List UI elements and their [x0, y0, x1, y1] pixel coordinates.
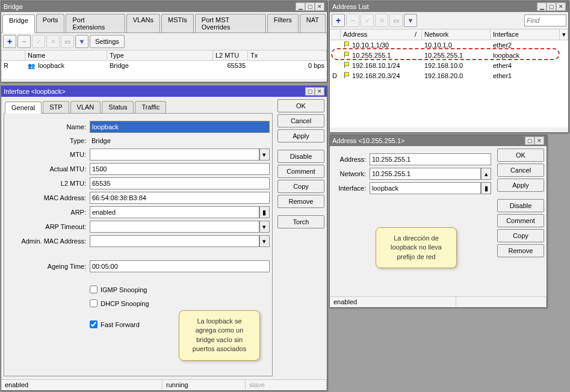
apply-button[interactable]: Apply	[277, 129, 324, 142]
maximize-icon[interactable]: ▢	[305, 2, 315, 11]
interface-titlebar[interactable]: Interface <loopback> ▢ ✕	[1, 86, 327, 97]
disable-button[interactable]: Disable	[497, 199, 544, 212]
network-field[interactable]	[370, 168, 481, 180]
comment-button[interactable]: Comment	[497, 214, 544, 227]
tab-port-mst-overrides[interactable]: Port MST Overrides	[195, 14, 266, 32]
tab-mstis[interactable]: MSTIs	[161, 14, 194, 32]
find-input[interactable]	[524, 14, 566, 26]
comment-button[interactable]: ▭	[61, 35, 74, 48]
tab-port-extensions[interactable]: Port Extensions	[66, 14, 125, 32]
maximize-icon[interactable]: ▢	[525, 136, 534, 145]
col-l2mtu[interactable]: L2 MTU	[213, 51, 248, 60]
disable-button[interactable]: ✕	[375, 14, 388, 27]
copy-button[interactable]: Copy	[497, 229, 544, 242]
maximize-icon[interactable]: ▢	[305, 87, 315, 96]
bridge-grid-body: R loopback Bridge 65535 0 bps	[1, 61, 327, 79]
maximize-icon[interactable]: ▢	[547, 2, 556, 11]
bridge-grid-header: Name Type L2 MTU Tx	[1, 51, 327, 61]
filter-button[interactable]: ▼	[75, 35, 88, 48]
tab-ports[interactable]: Ports	[36, 14, 65, 32]
cancel-button[interactable]: Cancel	[277, 114, 324, 127]
ageing-field[interactable]	[90, 260, 270, 272]
tab-status[interactable]: Status	[102, 101, 134, 113]
l2mtu-field[interactable]	[90, 177, 270, 189]
tab-filters[interactable]: Filters	[267, 14, 299, 32]
tab-vlan[interactable]: VLAN	[70, 101, 101, 113]
admin-mac-field[interactable]	[90, 235, 259, 247]
settings-button[interactable]: Settings	[90, 35, 125, 48]
table-row[interactable]: 10.255.255.1 10.255.255.1 loopback	[330, 51, 568, 61]
remove-button[interactable]: −	[17, 35, 31, 48]
address-field[interactable]	[370, 153, 491, 165]
address-list-titlebar[interactable]: Address List ▁ ▢ ✕	[330, 1, 568, 12]
enable-button[interactable]: ✓	[32, 35, 45, 48]
interface-tabs: General STP VLAN Status Traffic	[4, 99, 273, 113]
add-button[interactable]: +	[332, 14, 345, 27]
col-type[interactable]: Type	[107, 51, 213, 60]
close-icon[interactable]: ✕	[315, 87, 324, 96]
chevron-down-icon[interactable]: ▾	[259, 149, 270, 161]
table-row[interactable]: D 192.168.20.3/24 192.168.20.0 ether1	[330, 71, 568, 81]
address-titlebar[interactable]: Address <10.255.255.1> ▢ ✕	[330, 135, 547, 146]
col-tx[interactable]: Tx	[248, 51, 327, 60]
torch-button[interactable]: Torch	[277, 215, 324, 228]
tab-bridge[interactable]: Bridge	[2, 14, 35, 33]
form-name: Name:	[7, 121, 270, 133]
status-enabled: enabled	[330, 297, 456, 307]
address-side-buttons: OK Cancel Apply Disable Comment Copy Rem…	[495, 146, 547, 296]
col-network[interactable]: Network	[422, 29, 491, 40]
arp-timeout-field[interactable]	[90, 221, 259, 233]
remove-button[interactable]: Remove	[277, 195, 324, 208]
form-interface: Interface: ▮	[333, 182, 491, 194]
apply-button[interactable]: Apply	[497, 179, 544, 192]
col-address[interactable]: Address/	[341, 29, 422, 40]
dhcp-snooping-checkbox[interactable]: DHCP Snooping	[90, 299, 270, 307]
minimize-icon[interactable]: ▁	[537, 2, 547, 11]
igmp-snooping-checkbox[interactable]: IGMP Snooping	[90, 286, 270, 293]
chevron-down-icon[interactable]: ▮	[259, 206, 270, 218]
interface-field[interactable]	[370, 182, 481, 194]
tab-general[interactable]: General	[5, 102, 42, 114]
disable-button[interactable]: Disable	[277, 150, 324, 163]
col-dropdown[interactable]: ▾	[560, 29, 568, 40]
close-icon[interactable]: ✕	[534, 136, 544, 145]
enable-button[interactable]: ✓	[361, 14, 374, 27]
filter-button[interactable]: ▼	[404, 14, 417, 27]
comment-button[interactable]: Comment	[277, 165, 324, 178]
close-icon[interactable]: ✕	[315, 2, 324, 11]
tab-stp[interactable]: STP	[43, 101, 69, 113]
disable-button[interactable]: ✕	[46, 35, 60, 48]
tab-vlans[interactable]: VLANs	[126, 14, 160, 32]
chevron-down-icon[interactable]: ▮	[481, 182, 491, 194]
table-row[interactable]: 10.10.1.1/30 10.10.1.0 ether2	[330, 40, 568, 51]
name-field[interactable]	[90, 121, 270, 133]
col-flag[interactable]	[1, 51, 25, 60]
tab-traffic[interactable]: Traffic	[135, 101, 166, 113]
col-name[interactable]: Name	[25, 51, 107, 60]
add-button[interactable]: +	[3, 35, 16, 48]
minimize-icon[interactable]: ▁	[296, 2, 305, 11]
table-row[interactable]: R loopback Bridge 65535 0 bps	[1, 61, 327, 71]
ok-button[interactable]: OK	[497, 149, 544, 162]
tab-nat[interactable]: NAT	[300, 14, 326, 32]
flag-icon	[343, 72, 350, 78]
copy-button[interactable]: Copy	[277, 180, 324, 193]
col-flag[interactable]	[330, 29, 341, 40]
remove-button[interactable]: −	[346, 14, 359, 27]
table-row[interactable]: 192.168.10.1/24 192.168.10.0 ether4	[330, 61, 568, 71]
bridge-titlebar[interactable]: Bridge ▁ ▢ ✕	[1, 1, 327, 12]
col-interface[interactable]: Interface	[491, 29, 560, 40]
close-icon[interactable]: ✕	[556, 2, 566, 11]
ok-button[interactable]: OK	[277, 99, 324, 112]
actual-mtu-field[interactable]	[90, 163, 270, 175]
comment-button[interactable]: ▭	[389, 14, 403, 27]
mtu-field[interactable]	[90, 149, 259, 161]
mac-field[interactable]	[90, 192, 270, 204]
chevron-up-icon[interactable]: ▴	[481, 168, 491, 180]
bridge-icon	[28, 62, 36, 69]
remove-button[interactable]: Remove	[497, 244, 544, 257]
chevron-down-icon[interactable]: ▾	[259, 235, 270, 247]
chevron-down-icon[interactable]: ▾	[259, 221, 270, 233]
arp-field[interactable]	[90, 206, 259, 218]
cancel-button[interactable]: Cancel	[497, 164, 544, 177]
